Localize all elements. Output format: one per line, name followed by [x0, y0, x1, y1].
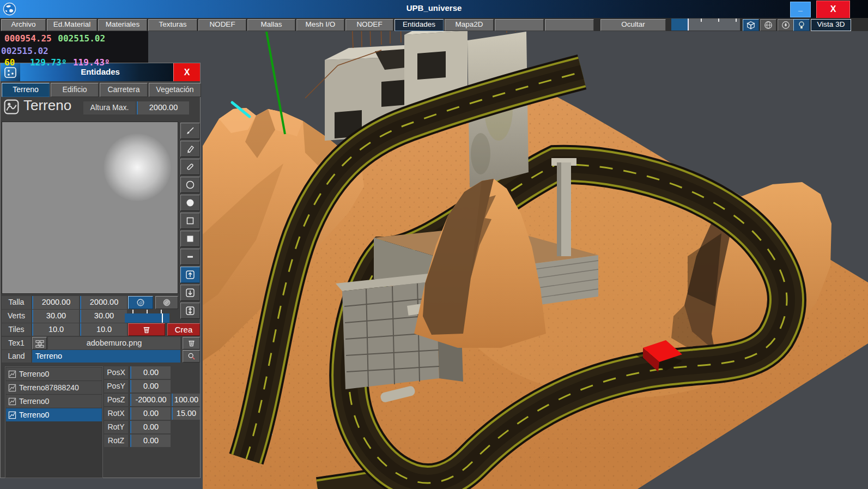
- terrain-list-item-selected[interactable]: Terreno0: [6, 408, 102, 421]
- cube-icon: [746, 20, 756, 30]
- light-button[interactable]: [793, 19, 810, 31]
- talla-y-field[interactable]: 2000.00: [80, 296, 127, 309]
- altura-max-field[interactable]: 2000.00: [137, 101, 189, 114]
- verts-y-field[interactable]: 30.00: [80, 310, 127, 323]
- terrain-list-item[interactable]: Terreno0: [6, 395, 102, 408]
- strength-slider[interactable]: [125, 310, 169, 323]
- menu-nodef-2[interactable]: NODEF: [345, 19, 393, 31]
- menu-empty-2[interactable]: [545, 19, 594, 31]
- talla-x-field[interactable]: 2000.00: [32, 296, 79, 309]
- arrow-up-icon: [185, 269, 196, 280]
- menu-nodef-1[interactable]: NODEF: [198, 19, 246, 31]
- tool-square-filled[interactable]: [180, 231, 200, 247]
- pencil-icon: [185, 143, 196, 154]
- posz-field[interactable]: -2000.00: [130, 394, 171, 406]
- menu-archivo[interactable]: Archivo: [1, 19, 46, 31]
- brush-soft-button[interactable]: [128, 296, 153, 309]
- wireframe-cube-button[interactable]: [743, 19, 759, 31]
- roty-label: RotY: [104, 421, 128, 433]
- tiles-x-field[interactable]: 10.0: [32, 323, 79, 336]
- water-icon: [781, 20, 791, 30]
- tool-brush[interactable]: [180, 123, 200, 139]
- menu-ocultar[interactable]: Ocultar: [600, 19, 666, 31]
- menubar: Archivo Ed.Material Materiales Texturas …: [0, 18, 868, 31]
- tab-terreno[interactable]: Terreno: [2, 83, 50, 97]
- posy-field[interactable]: 0.00: [130, 380, 171, 393]
- talla-label: Talla: [2, 296, 31, 309]
- tool-flatten[interactable]: [180, 249, 200, 265]
- menu-mallas[interactable]: Mallas: [247, 19, 295, 31]
- rotx-field[interactable]: 0.00: [130, 407, 171, 420]
- tiles-y-field[interactable]: 10.0: [80, 323, 127, 336]
- brush-hard-button[interactable]: [155, 296, 178, 309]
- tool-raise[interactable]: [180, 267, 200, 283]
- arrow-up-down-icon: [185, 305, 196, 316]
- tool-smooth[interactable]: [180, 303, 200, 319]
- posx-field[interactable]: 0.00: [130, 366, 171, 379]
- panel-title: Entidades: [1, 67, 200, 76]
- circle-outline-icon: [185, 179, 196, 190]
- verts-x-field[interactable]: 30.00: [32, 310, 79, 323]
- land-search-button[interactable]: [183, 350, 200, 363]
- globe-view-button[interactable]: [760, 19, 776, 31]
- menu-texturas[interactable]: Texturas: [148, 19, 197, 31]
- terrain-list-item[interactable]: Terreno87888240: [6, 381, 102, 394]
- crea-button[interactable]: Crea: [167, 323, 200, 336]
- tab-carretera[interactable]: Carretera: [100, 83, 148, 97]
- posx-label: PosX: [104, 366, 128, 379]
- tool-eraser[interactable]: [180, 159, 200, 175]
- terrain-list-item[interactable]: Terreno0: [6, 367, 102, 381]
- water-view-button[interactable]: [778, 19, 794, 31]
- tex1-filename-field[interactable]: adobemuro.png: [48, 337, 180, 349]
- tab-edificio[interactable]: Edificio: [51, 83, 99, 97]
- menu-empty-1[interactable]: [495, 19, 544, 31]
- posz-label: PosZ: [104, 394, 128, 406]
- square-filled-icon: [185, 233, 196, 244]
- vista-3d-button[interactable]: Vista 3D: [811, 19, 851, 31]
- texture-picker-button[interactable]: [32, 337, 47, 349]
- trash-icon: [142, 325, 151, 335]
- brush-preview-canvas[interactable]: [2, 122, 178, 294]
- menu-mapa2d[interactable]: Mapa2D: [445, 19, 494, 31]
- menu-mesh-io[interactable]: Mesh I/O: [296, 19, 344, 31]
- menu-entidades[interactable]: Entidades: [394, 19, 444, 31]
- slider-handle[interactable]: [162, 313, 163, 323]
- verts-label: Verts: [2, 310, 31, 323]
- delete-terrain-button[interactable]: [128, 323, 165, 336]
- section-title: Terreno: [23, 97, 71, 114]
- tab-vegetacion[interactable]: Vegetación: [149, 83, 201, 97]
- tool-circle-outline[interactable]: [180, 177, 200, 193]
- rotx-label: RotX: [104, 407, 128, 420]
- window-title: UPB_universe: [0, 3, 868, 13]
- menu-materiales[interactable]: Materiales: [98, 19, 147, 31]
- roty-field[interactable]: 0.00: [130, 421, 171, 433]
- tool-square-outline[interactable]: [180, 213, 200, 229]
- coord-z: 002515.02: [1, 46, 48, 56]
- slider-handle[interactable]: [671, 19, 689, 31]
- land-label: Land: [2, 350, 31, 363]
- terrain-section-icon: [4, 99, 19, 114]
- arrow-down-icon: [185, 287, 196, 298]
- rotx-step-field[interactable]: 15.00: [172, 407, 200, 420]
- tool-lower[interactable]: [180, 285, 200, 301]
- rotz-field[interactable]: 0.00: [130, 434, 171, 447]
- posz-step-field[interactable]: 100.00: [172, 394, 200, 406]
- tex1-clear-button[interactable]: [183, 337, 200, 349]
- close-button[interactable]: X: [816, 1, 850, 19]
- minimize-button[interactable]: _: [790, 2, 811, 17]
- circle-filled-icon: [185, 197, 196, 208]
- tex1-label: Tex1: [2, 337, 31, 349]
- land-name-field[interactable]: Terreno: [32, 350, 180, 363]
- toolbar-slider[interactable]: [671, 19, 740, 31]
- tool-pencil[interactable]: [180, 141, 200, 157]
- brush-spot: [104, 134, 171, 201]
- panel-close-button[interactable]: X: [173, 63, 200, 81]
- lightbulb-icon: [797, 20, 806, 30]
- terrain-grid-icon: [8, 397, 16, 406]
- coord-angle-1: 129.73º: [30, 57, 66, 68]
- coord-y: 002515.02: [58, 33, 105, 44]
- menu-ed-material[interactable]: Ed.Material: [47, 19, 97, 31]
- tool-circle-filled[interactable]: [180, 195, 200, 211]
- terrain-list: Terreno0 Terreno87888240 Terreno0: [5, 366, 103, 478]
- terrain-grid-icon: [8, 370, 16, 378]
